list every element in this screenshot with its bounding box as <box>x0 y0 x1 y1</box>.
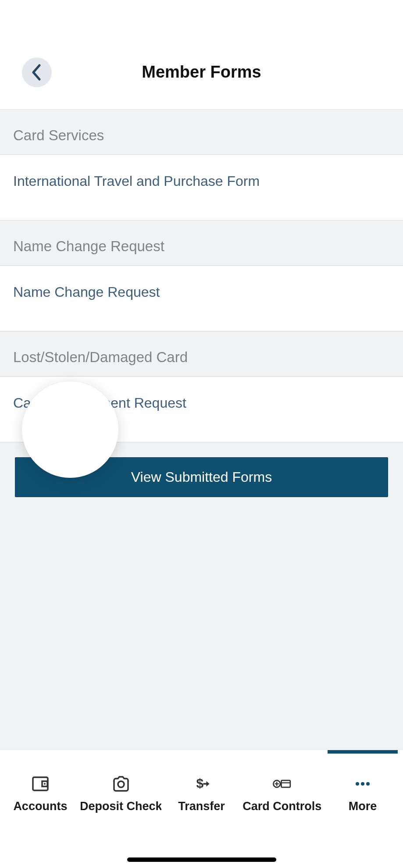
form-travel-purchase[interactable]: International Travel and Purchase Form <box>0 155 403 221</box>
nav-label: Deposit Check <box>81 800 161 813</box>
svg-point-11 <box>361 782 364 786</box>
svg-text:$: $ <box>196 776 204 790</box>
svg-point-10 <box>356 782 359 786</box>
dollar-transfer-icon: $ <box>192 774 211 793</box>
empty-space <box>0 512 403 750</box>
header-bar: Member Forms <box>0 35 403 110</box>
nav-more[interactable]: More <box>322 750 403 837</box>
nav-label: Accounts <box>13 800 67 813</box>
svg-point-12 <box>366 782 370 786</box>
nav-label: Transfer <box>178 800 225 813</box>
camera-icon <box>111 774 131 793</box>
svg-rect-8 <box>282 780 290 787</box>
nav-label: Card Controls <box>243 800 321 813</box>
section-name-change: Name Change Request <box>0 221 403 266</box>
svg-point-3 <box>118 781 124 787</box>
nav-label: More <box>349 800 377 813</box>
wallet-icon <box>31 774 50 793</box>
svg-point-2 <box>44 783 46 785</box>
chevron-left-icon <box>31 64 43 81</box>
back-button[interactable] <box>22 57 52 87</box>
more-dots-icon <box>353 774 372 793</box>
page-title: Member Forms <box>0 63 403 82</box>
home-indicator[interactable] <box>127 857 276 862</box>
nav-card-controls[interactable]: Card Controls <box>242 750 322 837</box>
nav-accounts[interactable]: Accounts <box>0 750 81 837</box>
section-lost-stolen: Lost/Stolen/Damaged Card <box>0 331 403 377</box>
section-card-services: Card Services <box>0 110 403 155</box>
nav-transfer[interactable]: $ Transfer <box>161 750 242 837</box>
form-name-change[interactable]: Name Change Request <box>0 266 403 331</box>
card-settings-icon <box>272 774 292 793</box>
assistive-touch-overlay[interactable] <box>22 381 118 478</box>
bottom-nav: Accounts Deposit Check $ Transfer <box>0 750 403 837</box>
nav-deposit-check[interactable]: Deposit Check <box>81 750 161 837</box>
status-bar <box>0 0 403 35</box>
